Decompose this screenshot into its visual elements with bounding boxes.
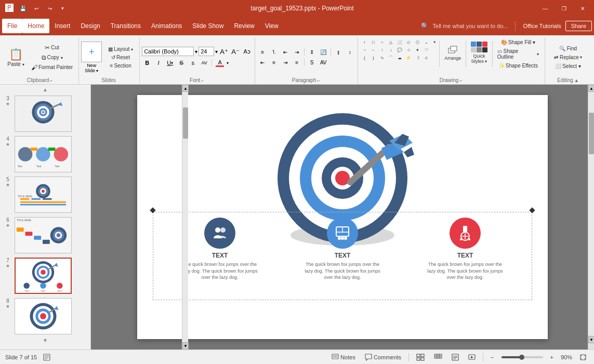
shape-fill-button[interactable]: 🎨 Shape Fill ▾: [495, 38, 542, 46]
zoom-in-button[interactable]: +: [548, 353, 556, 361]
reset-button[interactable]: ↺Reset: [105, 53, 136, 61]
shape-arc[interactable]: ⌒: [387, 54, 395, 61]
slide-thumb-4[interactable]: 4 ★ Text Text Text: [2, 135, 88, 173]
cut-button[interactable]: ✂Cut: [29, 43, 75, 52]
replace-button[interactable]: ⇄ Replace ▾: [551, 53, 584, 61]
paragraph-expand[interactable]: ⌐: [318, 78, 320, 83]
select-button[interactable]: ⬜ Select ▾: [552, 62, 584, 70]
shape-oval-outline[interactable]: ○: [378, 38, 386, 46]
panel-scroll-up[interactable]: ▲: [2, 87, 88, 92]
font-name-input[interactable]: [142, 47, 194, 56]
undo-button[interactable]: ↩: [31, 4, 42, 13]
menu-home[interactable]: Home: [22, 19, 49, 33]
shape-outline-button[interactable]: ▭ Shape Outline ▾: [495, 47, 542, 61]
scroll-thumb-v[interactable]: [183, 107, 188, 139]
notes-button[interactable]: Notes: [329, 353, 358, 362]
shape-cloud[interactable]: ☁: [395, 54, 404, 61]
strikethrough-button[interactable]: S: [176, 58, 187, 68]
notes-icon-btn[interactable]: [41, 353, 52, 362]
menu-file[interactable]: File: [2, 19, 22, 33]
shape-arrow-right[interactable]: →: [360, 46, 368, 53]
new-slide-button[interactable]: + New Slide ▾: [81, 42, 102, 73]
italic-button[interactable]: I: [153, 58, 164, 68]
shape-moon[interactable]: ☽: [413, 54, 421, 61]
bold-button[interactable]: B: [142, 58, 152, 68]
right-scroll-up[interactable]: ▲: [588, 85, 594, 92]
numbering-button[interactable]: ⒈: [269, 48, 279, 56]
shape-effects-button[interactable]: ✨ Shape Effects: [495, 62, 542, 70]
convert-smartart[interactable]: 🔄: [318, 48, 328, 56]
slide-thumb-6[interactable]: 6 ★ TITLE HERE: [2, 216, 88, 254]
redo-button[interactable]: ↪: [45, 4, 55, 13]
layout-button[interactable]: ▦Layout ▾: [105, 45, 136, 53]
shape-arrow-down[interactable]: ↓: [387, 46, 395, 53]
save-button[interactable]: 💾: [18, 4, 28, 13]
share-button[interactable]: Share: [565, 21, 592, 31]
close-button[interactable]: ✕: [575, 3, 590, 14]
find-button[interactable]: 🔍 Find: [552, 45, 584, 52]
shape-rect-corner[interactable]: ⬜: [395, 38, 404, 46]
scroll-down-btn[interactable]: ▼: [182, 342, 189, 349]
menu-slideshow[interactable]: Slide Show: [187, 19, 229, 33]
arrange-button[interactable]: Arrange: [442, 38, 464, 67]
shape-smiley[interactable]: ☺: [422, 54, 430, 61]
shape-arrow-left[interactable]: ←: [369, 46, 377, 53]
menu-review[interactable]: Review: [229, 19, 259, 33]
shape-arrow-up[interactable]: ↑: [378, 46, 386, 53]
align-left[interactable]: ⇤: [257, 58, 268, 66]
shapes-scroll[interactable]: ▾: [432, 38, 437, 46]
view-slide-sorter[interactable]: [432, 353, 444, 362]
font-color-button[interactable]: A: [214, 58, 226, 68]
quick-styles-button[interactable]: Quick Styles ▾: [468, 38, 490, 67]
slide-thumb-3[interactable]: 3 ★: [2, 95, 88, 133]
text-direction-button[interactable]: ⇕: [307, 48, 317, 56]
char-spacing[interactable]: AV: [318, 58, 328, 66]
clear-format-button[interactable]: Aↄ: [242, 47, 252, 56]
shape-diamond[interactable]: ◇: [404, 38, 413, 46]
shape-line[interactable]: /: [360, 38, 368, 46]
font-size-dropdown[interactable]: ▾: [215, 49, 218, 55]
shape-brace[interactable]: }: [369, 54, 377, 61]
view-reading-button[interactable]: [450, 353, 461, 362]
customize-button[interactable]: ▾: [58, 4, 67, 12]
shape-heart[interactable]: ♡: [422, 46, 430, 53]
slide-thumb-8[interactable]: 8 ★: [2, 297, 88, 335]
increase-font-button[interactable]: A⁺: [219, 47, 229, 56]
slide-thumb-5[interactable]: 5 ★ TITLE HERE: [2, 176, 88, 214]
zoom-out-button[interactable]: −: [489, 353, 496, 361]
shape-pentagon[interactable]: ⬠: [413, 38, 421, 46]
justify[interactable]: ≡: [292, 58, 302, 66]
minimize-button[interactable]: —: [538, 3, 552, 14]
menu-view[interactable]: View: [260, 19, 284, 33]
underline-button[interactable]: U ▾: [165, 58, 175, 68]
view-slideshow-button[interactable]: [466, 353, 478, 362]
drawing-expand[interactable]: ⌐: [459, 78, 462, 83]
increase-indent[interactable]: ⇥: [292, 48, 302, 56]
shape-star5[interactable]: ☆: [404, 46, 413, 53]
line-spacing-button[interactable]: ↕: [345, 48, 355, 56]
section-button[interactable]: ≡Section: [105, 62, 136, 70]
bullets-button[interactable]: ≡: [257, 48, 268, 56]
shape-star6[interactable]: ✦: [413, 46, 421, 53]
menu-insert[interactable]: Insert: [49, 19, 75, 33]
shape-rect-outline[interactable]: □: [369, 38, 377, 46]
font-color-dropdown[interactable]: ▾: [227, 61, 229, 65]
shape-callout[interactable]: 💬: [395, 46, 404, 53]
format-painter-button[interactable]: 🖌Format Painter: [29, 63, 75, 72]
font-size-input[interactable]: [199, 47, 214, 56]
paste-button[interactable]: 📋 Paste ▾: [4, 42, 28, 73]
menu-design[interactable]: Design: [75, 19, 105, 33]
columns-button[interactable]: ⫿: [333, 48, 344, 56]
tell-me-placeholder[interactable]: Tell me what you want to do...: [433, 23, 508, 29]
menu-animations[interactable]: Animations: [146, 19, 187, 33]
fit-window-button[interactable]: [577, 353, 589, 362]
shape-triangle[interactable]: △: [387, 38, 395, 46]
shape-bracket[interactable]: {: [360, 54, 368, 61]
scroll-up-btn[interactable]: ▲: [182, 85, 189, 92]
font-name-dropdown[interactable]: ▾: [195, 49, 197, 55]
shape-chevron[interactable]: ⌄: [422, 38, 430, 46]
decrease-font-button[interactable]: A⁻: [230, 47, 241, 56]
menu-transitions[interactable]: Transitions: [105, 19, 146, 33]
restore-button[interactable]: ❐: [557, 3, 571, 14]
editing-expand[interactable]: ▲: [574, 78, 579, 83]
